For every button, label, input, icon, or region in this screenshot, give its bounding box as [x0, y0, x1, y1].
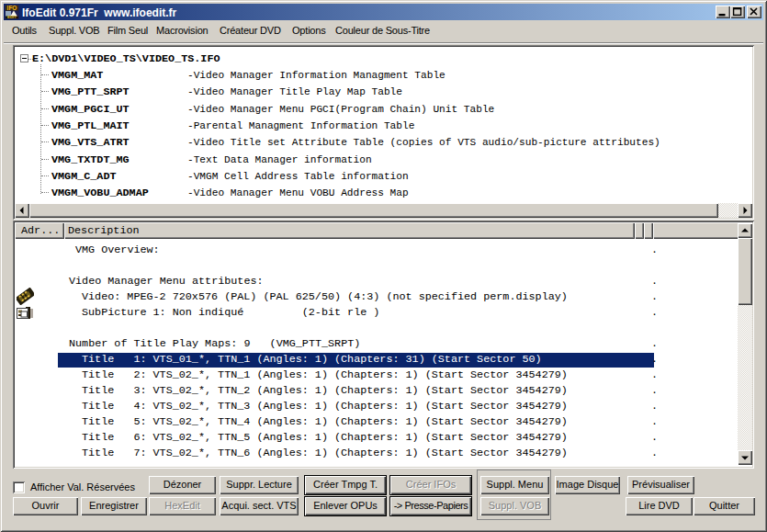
- svg-text:IFO: IFO: [7, 5, 17, 11]
- svg-text:EDIT: EDIT: [7, 15, 17, 19]
